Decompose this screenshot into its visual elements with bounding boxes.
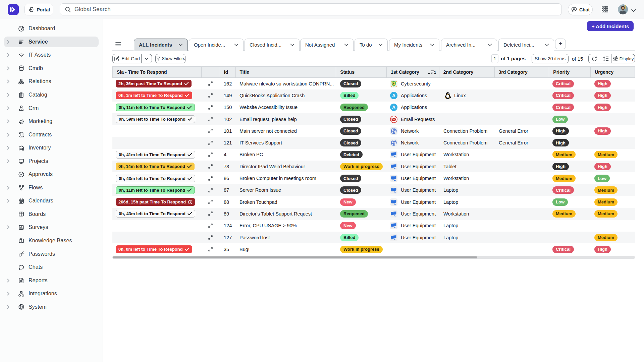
svg-text:A: A [392,105,395,110]
svg-text:A: A [392,93,395,98]
svg-text:1: 1 [434,70,436,74]
